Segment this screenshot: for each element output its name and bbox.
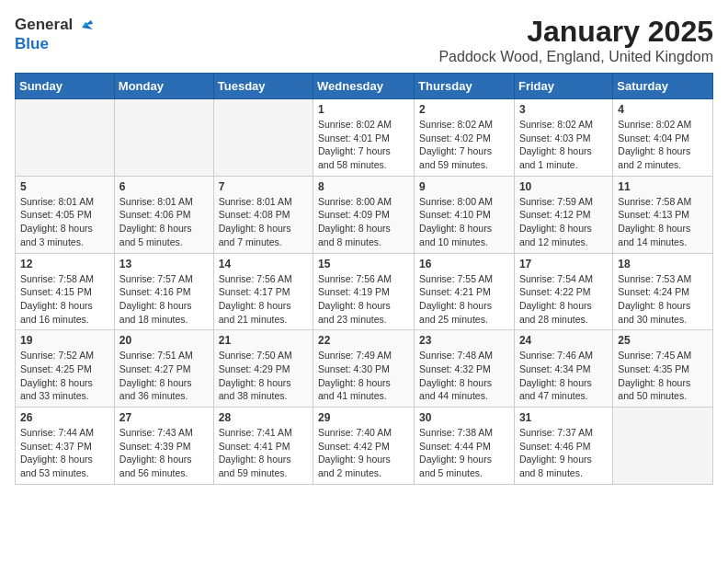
day-number: 25 [618, 334, 708, 347]
day-info: Sunrise: 8:01 AM Sunset: 4:08 PM Dayligh… [219, 195, 308, 249]
day-number: 28 [219, 411, 308, 424]
calendar-cell: 20Sunrise: 7:51 AM Sunset: 4:27 PM Dayli… [114, 330, 213, 408]
day-info: Sunrise: 7:59 AM Sunset: 4:12 PM Dayligh… [519, 195, 608, 249]
calendar-cell: 31Sunrise: 7:37 AM Sunset: 4:46 PM Dayli… [514, 408, 612, 485]
day-info: Sunrise: 7:54 AM Sunset: 4:22 PM Dayligh… [519, 272, 608, 327]
day-number: 19 [20, 334, 109, 347]
day-number: 11 [618, 180, 708, 193]
day-number: 30 [419, 411, 509, 424]
day-info: Sunrise: 7:51 AM Sunset: 4:27 PM Dayligh… [119, 349, 209, 403]
day-info: Sunrise: 8:02 AM Sunset: 4:02 PM Dayligh… [419, 118, 509, 172]
day-number: 14 [219, 258, 308, 270]
column-header-sunday: Sunday [16, 74, 115, 99]
day-info: Sunrise: 7:38 AM Sunset: 4:44 PM Dayligh… [419, 426, 509, 480]
day-info: Sunrise: 8:01 AM Sunset: 4:06 PM Dayligh… [119, 195, 209, 249]
calendar-cell: 8Sunrise: 8:00 AM Sunset: 4:09 PM Daylig… [313, 176, 415, 253]
day-number: 9 [419, 180, 509, 193]
calendar-cell: 11Sunrise: 7:58 AM Sunset: 4:13 PM Dayli… [613, 176, 713, 253]
day-number: 3 [519, 103, 608, 116]
calendar-title: January 2025 [438, 15, 713, 49]
calendar-week-row: 1Sunrise: 8:02 AM Sunset: 4:01 PM Daylig… [16, 99, 713, 177]
calendar-cell: 2Sunrise: 8:02 AM Sunset: 4:02 PM Daylig… [415, 99, 515, 177]
calendar-cell: 1Sunrise: 8:02 AM Sunset: 4:01 PM Daylig… [313, 99, 415, 177]
day-number: 8 [318, 180, 409, 193]
column-header-monday: Monday [114, 74, 213, 99]
calendar-cell: 6Sunrise: 8:01 AM Sunset: 4:06 PM Daylig… [114, 176, 213, 253]
calendar-cell: 10Sunrise: 7:59 AM Sunset: 4:12 PM Dayli… [514, 176, 612, 253]
day-number: 2 [419, 103, 509, 116]
logo: General Blue [15, 15, 95, 53]
day-number: 16 [419, 258, 509, 270]
day-info: Sunrise: 8:00 AM Sunset: 4:09 PM Dayligh… [318, 195, 409, 249]
day-info: Sunrise: 7:43 AM Sunset: 4:39 PM Dayligh… [119, 426, 209, 480]
day-number: 4 [618, 103, 708, 116]
day-info: Sunrise: 7:46 AM Sunset: 4:34 PM Dayligh… [519, 349, 608, 403]
calendar-cell: 9Sunrise: 8:00 AM Sunset: 4:10 PM Daylig… [415, 176, 515, 253]
day-info: Sunrise: 7:50 AM Sunset: 4:29 PM Dayligh… [219, 349, 308, 403]
day-number: 6 [119, 180, 209, 193]
calendar-cell: 28Sunrise: 7:41 AM Sunset: 4:41 PM Dayli… [213, 408, 313, 485]
calendar-cell: 26Sunrise: 7:44 AM Sunset: 4:37 PM Dayli… [16, 408, 115, 485]
day-number: 17 [519, 258, 608, 270]
calendar-cell: 16Sunrise: 7:55 AM Sunset: 4:21 PM Dayli… [415, 253, 515, 330]
calendar-cell: 23Sunrise: 7:48 AM Sunset: 4:32 PM Dayli… [415, 330, 515, 408]
day-info: Sunrise: 7:40 AM Sunset: 4:42 PM Dayligh… [318, 426, 409, 480]
column-header-tuesday: Tuesday [213, 74, 313, 99]
day-number: 22 [318, 334, 409, 347]
day-number: 5 [20, 180, 109, 193]
title-area: January 2025 Paddock Wood, England, Unit… [438, 15, 713, 65]
day-number: 12 [20, 258, 109, 270]
calendar-header-row: SundayMondayTuesdayWednesdayThursdayFrid… [16, 74, 713, 99]
calendar-week-row: 5Sunrise: 8:01 AM Sunset: 4:05 PM Daylig… [16, 176, 713, 253]
calendar-table: SundayMondayTuesdayWednesdayThursdayFrid… [15, 73, 713, 485]
day-info: Sunrise: 7:56 AM Sunset: 4:17 PM Dayligh… [219, 272, 308, 327]
day-info: Sunrise: 7:37 AM Sunset: 4:46 PM Dayligh… [519, 426, 608, 480]
calendar-cell: 30Sunrise: 7:38 AM Sunset: 4:44 PM Dayli… [415, 408, 515, 485]
calendar-location: Paddock Wood, England, United Kingdom [438, 49, 713, 65]
day-info: Sunrise: 7:57 AM Sunset: 4:16 PM Dayligh… [119, 272, 209, 327]
day-number: 21 [219, 334, 308, 347]
day-info: Sunrise: 8:01 AM Sunset: 4:05 PM Dayligh… [20, 195, 109, 249]
day-number: 23 [419, 334, 509, 347]
calendar-week-row: 12Sunrise: 7:58 AM Sunset: 4:15 PM Dayli… [16, 253, 713, 330]
calendar-cell: 14Sunrise: 7:56 AM Sunset: 4:17 PM Dayli… [213, 253, 313, 330]
column-header-thursday: Thursday [415, 74, 515, 99]
day-number: 7 [219, 180, 308, 193]
day-number: 20 [119, 334, 209, 347]
calendar-cell: 4Sunrise: 8:02 AM Sunset: 4:04 PM Daylig… [613, 99, 713, 177]
calendar-cell: 27Sunrise: 7:43 AM Sunset: 4:39 PM Dayli… [114, 408, 213, 485]
calendar-cell: 12Sunrise: 7:58 AM Sunset: 4:15 PM Dayli… [16, 253, 115, 330]
calendar-cell: 5Sunrise: 8:01 AM Sunset: 4:05 PM Daylig… [16, 176, 115, 253]
day-info: Sunrise: 8:02 AM Sunset: 4:01 PM Dayligh… [318, 118, 409, 172]
calendar-cell: 13Sunrise: 7:57 AM Sunset: 4:16 PM Dayli… [114, 253, 213, 330]
calendar-cell: 17Sunrise: 7:54 AM Sunset: 4:22 PM Dayli… [514, 253, 612, 330]
calendar-cell [213, 99, 313, 177]
calendar-week-row: 26Sunrise: 7:44 AM Sunset: 4:37 PM Dayli… [16, 408, 713, 485]
day-info: Sunrise: 7:41 AM Sunset: 4:41 PM Dayligh… [219, 426, 308, 480]
column-header-friday: Friday [514, 74, 612, 99]
day-number: 18 [618, 258, 708, 270]
day-number: 24 [519, 334, 608, 347]
day-number: 15 [318, 258, 409, 270]
day-number: 1 [318, 103, 409, 116]
calendar-week-row: 19Sunrise: 7:52 AM Sunset: 4:25 PM Dayli… [16, 330, 713, 408]
page-header: General Blue January 2025 Paddock Wood, … [15, 15, 713, 65]
day-info: Sunrise: 8:02 AM Sunset: 4:03 PM Dayligh… [519, 118, 608, 172]
day-info: Sunrise: 7:48 AM Sunset: 4:32 PM Dayligh… [419, 349, 509, 403]
column-header-saturday: Saturday [613, 74, 713, 99]
day-info: Sunrise: 7:45 AM Sunset: 4:35 PM Dayligh… [618, 349, 708, 403]
day-number: 27 [119, 411, 209, 424]
day-info: Sunrise: 7:58 AM Sunset: 4:15 PM Dayligh… [20, 272, 109, 327]
calendar-cell: 21Sunrise: 7:50 AM Sunset: 4:29 PM Dayli… [213, 330, 313, 408]
calendar-cell: 18Sunrise: 7:53 AM Sunset: 4:24 PM Dayli… [613, 253, 713, 330]
calendar-cell: 24Sunrise: 7:46 AM Sunset: 4:34 PM Dayli… [514, 330, 612, 408]
day-info: Sunrise: 7:53 AM Sunset: 4:24 PM Dayligh… [618, 272, 708, 327]
calendar-cell: 3Sunrise: 8:02 AM Sunset: 4:03 PM Daylig… [514, 99, 612, 177]
day-info: Sunrise: 8:00 AM Sunset: 4:10 PM Dayligh… [419, 195, 509, 249]
calendar-cell: 19Sunrise: 7:52 AM Sunset: 4:25 PM Dayli… [16, 330, 115, 408]
logo-general-text: General [15, 16, 73, 34]
calendar-cell [613, 408, 713, 485]
day-info: Sunrise: 7:56 AM Sunset: 4:19 PM Dayligh… [318, 272, 409, 327]
calendar-cell: 25Sunrise: 7:45 AM Sunset: 4:35 PM Dayli… [613, 330, 713, 408]
day-info: Sunrise: 8:02 AM Sunset: 4:04 PM Dayligh… [618, 118, 708, 172]
